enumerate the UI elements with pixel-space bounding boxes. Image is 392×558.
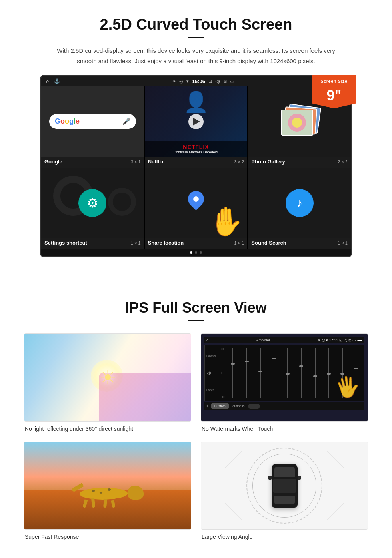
- feature-grid: ☀ No light reflecting under 360° direct …: [24, 333, 368, 540]
- gallery-app-name: Photo Gallery: [251, 159, 285, 165]
- feature-car: Large Viewing Angle: [201, 442, 368, 540]
- loudness-toggle[interactable]: [248, 404, 260, 409]
- wifi-icon: ▾: [186, 79, 189, 84]
- feature-cheetah: Super Fast Response: [24, 442, 191, 540]
- amplifier-caption: No Watermarks When Touch: [201, 426, 368, 432]
- status-time: 15:06: [192, 78, 205, 84]
- gear-icon: ⚙: [87, 195, 98, 211]
- maps-pin-inner: [193, 196, 199, 202]
- section-curved-touch: 2.5D Curved Touch Screen With 2.5D curve…: [0, 0, 392, 267]
- feature-sunlight: ☀ No light reflecting under 360° direct …: [24, 333, 191, 432]
- scroll-dot-2: [195, 251, 197, 254]
- maps-icon: [184, 191, 208, 215]
- amp-time: 17:33: [329, 338, 338, 342]
- netflix-app-name: Netflix: [148, 159, 164, 165]
- page-divider: [24, 279, 368, 279]
- home-icon: ⌂: [46, 78, 49, 84]
- car-visual: [201, 442, 368, 529]
- cheetah-image: [24, 442, 191, 530]
- google-logo: Google: [55, 117, 80, 126]
- app-grid-bottom: ⚙ Settings shortcut 1 × 1: [41, 168, 351, 249]
- status-bar-left: ⌂ ⚓: [46, 78, 60, 84]
- window-icon: ▭: [230, 79, 234, 84]
- car-caption: Large Viewing Angle: [201, 534, 368, 540]
- app-cell-sound-search[interactable]: ♪ Sound Search 1 × 1: [248, 168, 351, 249]
- cheetah-caption: Super Fast Response: [24, 534, 191, 540]
- screen-size-badge: Screen Size 9": [312, 75, 356, 108]
- hand-overlay: 🤚: [208, 205, 243, 238]
- netflix-label-row: Netflix 3 × 2: [145, 157, 248, 168]
- amp-home-icon: ⌂: [206, 338, 208, 342]
- amplifier-image: ⌂ Amplifier ✴ ◎ ▾ 17:33 ⊡ ◁) ⊠ ▭ ⟵ Balan…: [201, 333, 368, 422]
- sound-label-row: Sound Search 1 × 1: [248, 238, 351, 249]
- usb-icon: ⚓: [54, 78, 60, 84]
- amp-label-balance: Balance: [206, 355, 219, 357]
- sunlight-caption: No light reflecting under 360° direct su…: [24, 426, 191, 432]
- netflix-app-size: 3 × 2: [234, 159, 244, 164]
- amp-speaker-icon: ◁): [206, 371, 219, 375]
- share-app-size: 1 × 1: [234, 241, 244, 245]
- amp-label-fader: Fader: [206, 389, 219, 391]
- photo-stack: [280, 106, 320, 138]
- amp-status-icons: ✴ ◎ ▾ 17:33 ⊡ ◁) ⊠ ▭ ⟵: [318, 338, 362, 342]
- amp-hand-icon: 🖐: [333, 373, 362, 401]
- share-location-bg: 🤚: [145, 168, 248, 238]
- netflix-brand: NETFLIX: [148, 144, 244, 150]
- photo-card-4: [281, 110, 313, 136]
- share-app-name: Share location: [148, 240, 184, 246]
- netflix-play-button[interactable]: [188, 114, 204, 129]
- music-note-icon: ♪: [296, 196, 302, 210]
- section1-description: With 2.5D curved-display screen, this de…: [56, 46, 336, 66]
- section1-title: 2.5D Curved Touch Screen: [24, 16, 368, 33]
- sunlight-visual: ☀: [24, 334, 191, 421]
- custom-label: Custom: [214, 404, 226, 408]
- amp-prev-icon: ⟪: [206, 404, 208, 408]
- settings-app-size: 1 × 1: [131, 241, 141, 245]
- settings-label-row: Settings shortcut 1 × 1: [41, 238, 144, 249]
- sound-app-name: Sound Search: [251, 240, 286, 246]
- app-grid-top: Google 🎤 Google 3 × 1: [41, 86, 351, 168]
- section2-divider: [188, 320, 204, 321]
- volume-icon: ◁): [215, 79, 220, 84]
- camera-icon: ⊡: [208, 79, 212, 84]
- sunlight-image: ☀: [24, 333, 191, 422]
- google-app-name: Google: [44, 159, 62, 165]
- maps-pin: [185, 187, 208, 210]
- title-divider: [188, 37, 204, 38]
- amp-custom-btn[interactable]: Custom: [211, 403, 229, 409]
- screen-size-badge-divider: [328, 86, 340, 86]
- device-mockup: Screen Size 9" ⌂ ⚓ ✴ ◎ ▾ 15:06 ⊡ ◁) ⊠: [40, 75, 352, 257]
- gallery-app-size: 2 × 2: [338, 159, 348, 164]
- screen-size-label: Screen Size: [315, 79, 353, 84]
- app-cell-netflix[interactable]: 👤 NETFLIX Continue Marvel's Daredevil Ne…: [145, 86, 248, 168]
- scroll-dot-1: [190, 251, 192, 254]
- car-image: [201, 442, 368, 530]
- google-app-size: 3 × 1: [131, 159, 141, 164]
- google-label-row: Google 3 × 1: [41, 157, 144, 168]
- amplifier-visual: ⌂ Amplifier ✴ ◎ ▾ 17:33 ⊡ ◁) ⊠ ▭ ⟵ Balan…: [201, 334, 368, 421]
- status-bar-center: ✴ ◎ ▾ 15:06 ⊡ ◁) ⊠ ▭: [60, 78, 346, 84]
- sound-icon-circle: ♪: [286, 189, 314, 217]
- status-bar: ⌂ ⚓ ✴ ◎ ▾ 15:06 ⊡ ◁) ⊠ ▭: [41, 76, 351, 86]
- google-search-bar[interactable]: Google 🎤: [49, 114, 136, 129]
- settings-app-name: Settings shortcut: [44, 240, 87, 246]
- scroll-dot-3: [200, 251, 202, 254]
- amp-header-bar: ⌂ Amplifier ✴ ◎ ▾ 17:33 ⊡ ◁) ⊠ ▭ ⟵: [204, 337, 364, 343]
- location-icon: ◎: [179, 79, 183, 84]
- app-cell-share-location[interactable]: 🤚 Share location 1 × 1: [145, 168, 248, 249]
- x-box-icon: ⊠: [223, 79, 227, 84]
- cheetah-shape: [72, 484, 144, 508]
- netflix-label-overlay: NETFLIX Continue Marvel's Daredevil: [145, 141, 248, 157]
- scroll-dots: [41, 249, 351, 256]
- flower-icon: [292, 118, 302, 128]
- section2-title: IPS Full Screen View: [24, 299, 368, 316]
- settings-icon-circle: ⚙: [78, 189, 106, 217]
- settings-bg: ⚙: [41, 168, 144, 238]
- netflix-bg: 👤 NETFLIX Continue Marvel's Daredevil: [145, 86, 248, 157]
- device-frame: ⌂ ⚓ ✴ ◎ ▾ 15:06 ⊡ ◁) ⊠ ▭: [40, 75, 352, 257]
- app-cell-google[interactable]: Google 🎤 Google 3 × 1: [41, 86, 144, 168]
- gallery-label-row: Photo Gallery 2 × 2: [248, 157, 351, 168]
- share-label-row: Share location 1 × 1: [145, 238, 248, 249]
- app-cell-settings[interactable]: ⚙ Settings shortcut 1 × 1: [41, 168, 144, 249]
- car-body: [272, 464, 298, 508]
